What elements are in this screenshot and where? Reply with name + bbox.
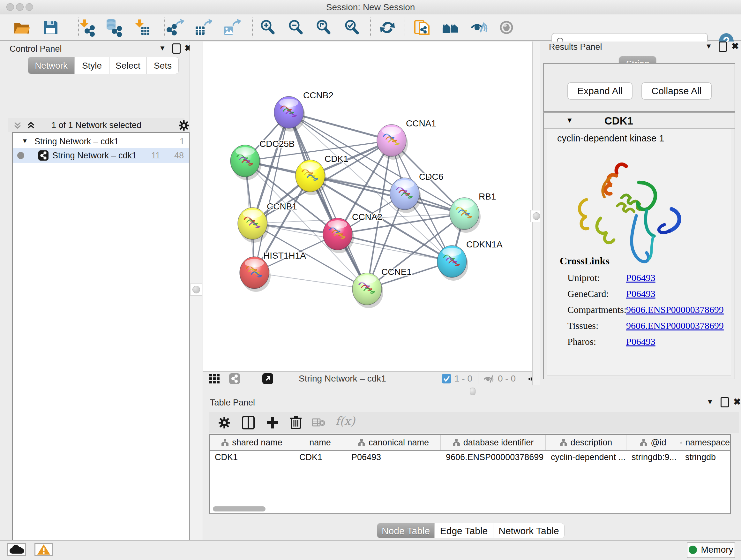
export-image-button[interactable] xyxy=(222,18,241,37)
gene-expand-caret[interactable]: ▼ xyxy=(566,116,573,125)
selected-checkbox-icon[interactable] xyxy=(442,374,451,383)
open-session-button[interactable] xyxy=(13,18,31,37)
column-header-description[interactable]: description xyxy=(546,435,626,450)
network-edge[interactable] xyxy=(289,112,367,289)
crosslink-link[interactable]: 9606.ENSP00000378699 xyxy=(626,304,724,315)
results-controls-box: Expand All Collapse All xyxy=(543,63,735,112)
warning-status-button[interactable] xyxy=(35,543,53,556)
tab-select[interactable]: Select xyxy=(109,57,147,74)
column-header-shared-name[interactable]: shared name xyxy=(210,435,294,450)
table-horizontal-scrollbar[interactable] xyxy=(213,506,266,511)
import-network-from-database-button[interactable] xyxy=(104,18,123,37)
crosslink-link[interactable]: P06493 xyxy=(626,272,656,283)
column-header--id[interactable]: @id xyxy=(626,435,680,450)
results-panel-menu-caret[interactable]: ▼ xyxy=(705,42,712,51)
column-sort-icon xyxy=(358,439,365,446)
table-panel-float-button[interactable] xyxy=(721,397,729,408)
table-cell[interactable]: stringdb:9... xyxy=(626,450,680,464)
network-node-label: CDC6 xyxy=(419,172,443,182)
tab-sets[interactable]: Sets xyxy=(147,57,179,74)
network-collection-row[interactable]: ▼ String Network – cdk1 1 xyxy=(13,134,189,149)
results-panel-float-button[interactable] xyxy=(719,42,727,52)
show-eye-button[interactable] xyxy=(497,18,516,37)
copy-network-button[interactable] xyxy=(413,18,431,37)
network-node-label: CDK1 xyxy=(325,154,348,164)
collection-expand-caret[interactable]: ▼ xyxy=(22,137,28,145)
network-edge[interactable] xyxy=(338,234,452,261)
crosslink-link[interactable]: P06493 xyxy=(626,336,656,347)
collapse-all-button[interactable]: Collapse All xyxy=(642,82,712,100)
left-splitter-handle[interactable] xyxy=(190,284,202,296)
tab-edge-table[interactable]: Edge Table xyxy=(434,523,493,538)
export-table-button[interactable] xyxy=(194,18,212,37)
apply-layout-button[interactable] xyxy=(378,18,397,37)
window-title: Session: New Session xyxy=(0,2,741,12)
table-row[interactable]: CDK1CDK1P064939606.ENSP00000378699cyclin… xyxy=(210,450,730,464)
export-network-button[interactable] xyxy=(166,18,185,37)
table-cell[interactable]: CDK1 xyxy=(210,450,294,464)
refresh-icon xyxy=(378,18,397,37)
tab-network[interactable]: Network xyxy=(28,57,75,74)
memory-label: Memory xyxy=(701,545,733,555)
zoom-fit-button[interactable] xyxy=(314,18,333,37)
crosslink-link[interactable]: P06493 xyxy=(626,288,656,299)
add-column-plus-icon[interactable] xyxy=(266,416,279,430)
import-table-icon xyxy=(133,18,151,37)
function-builder-fx-icon[interactable]: f(x) xyxy=(335,415,355,428)
table-cell[interactable]: stringdb xyxy=(680,450,730,464)
table-gear-icon[interactable] xyxy=(218,416,231,429)
import-network-button[interactable] xyxy=(77,18,96,37)
table-cell[interactable]: cyclin-dependent ... xyxy=(546,450,626,464)
table-cell[interactable]: 9606.ENSP00000378699 xyxy=(441,450,546,464)
control-panel-float-button[interactable] xyxy=(172,44,181,54)
control-panel-menu-caret[interactable]: ▼ xyxy=(159,44,166,52)
tab-network-table[interactable]: Network Table xyxy=(493,523,564,538)
table-panel-close-button[interactable]: ✖ xyxy=(733,396,741,407)
zoom-selected-button[interactable] xyxy=(343,18,361,37)
network-options-gear-icon[interactable] xyxy=(178,120,190,131)
hidden-eye-slash-icon[interactable] xyxy=(483,374,495,384)
gene-section-header[interactable]: ▼ CDK1 xyxy=(544,113,735,129)
delete-column-trash-icon[interactable] xyxy=(289,415,302,430)
network-canvas[interactable]: CCNB2CCNA1CDC25BCDK1CDC6RB1CCNB1CCNA2CDK… xyxy=(203,42,532,371)
tab-node-table[interactable]: Node Table xyxy=(377,523,434,538)
save-session-button[interactable] xyxy=(42,18,60,37)
show-all-networks-button[interactable] xyxy=(441,18,460,37)
cloud-status-button[interactable] xyxy=(7,543,26,556)
column-sort-icon xyxy=(560,439,567,446)
delete-table-icon[interactable] xyxy=(312,418,326,428)
birdseye-grid-icon[interactable] xyxy=(209,374,220,383)
column-header-name[interactable]: name xyxy=(294,435,346,450)
tab-style[interactable]: Style xyxy=(75,57,109,74)
expand-all-button[interactable]: Expand All xyxy=(567,82,632,100)
string-view-badge-icon[interactable] xyxy=(229,373,240,384)
column-header-namespace[interactable]: namespace xyxy=(680,435,730,450)
table-cell[interactable]: P06493 xyxy=(346,450,441,464)
column-header-canonical-name[interactable]: canonical name xyxy=(346,435,441,450)
left-splitter[interactable] xyxy=(190,42,203,540)
open-in-window-icon[interactable] xyxy=(262,373,273,384)
table-cell[interactable]: CDK1 xyxy=(294,450,346,464)
right-splitter[interactable] xyxy=(532,42,541,395)
horizontal-splitter-handle[interactable] xyxy=(470,388,475,395)
crosslink-link[interactable]: 9606.ENSP00000378699 xyxy=(626,320,724,331)
network-label: String Network – cdk1 xyxy=(52,151,137,161)
column-header-label: @id xyxy=(651,438,666,448)
memory-button[interactable]: Memory xyxy=(687,543,735,558)
zoom-in-button[interactable] xyxy=(259,18,277,37)
export-network-icon xyxy=(166,18,185,37)
network-edge[interactable] xyxy=(254,273,367,289)
results-panel-close-button[interactable]: ✖ xyxy=(731,41,739,51)
status-bar: Memory xyxy=(0,540,741,560)
crosslink-label: Pharos: xyxy=(567,336,596,347)
show-columns-icon[interactable] xyxy=(242,416,255,430)
network-edge[interactable] xyxy=(254,112,289,273)
network-graph[interactable]: CCNB2CCNA1CDC25BCDK1CDC6RB1CCNB1CCNA2CDK… xyxy=(203,42,532,371)
network-row-selected[interactable]: String Network – cdk1 11 48 xyxy=(13,148,189,163)
import-table-button[interactable] xyxy=(133,18,151,37)
column-header-database-identifier[interactable]: database identifier xyxy=(441,435,546,450)
houses-icon xyxy=(441,18,460,37)
zoom-out-button[interactable] xyxy=(286,18,305,37)
table-panel-menu-caret[interactable]: ▼ xyxy=(706,398,714,406)
hide-selected-button[interactable] xyxy=(469,18,488,37)
